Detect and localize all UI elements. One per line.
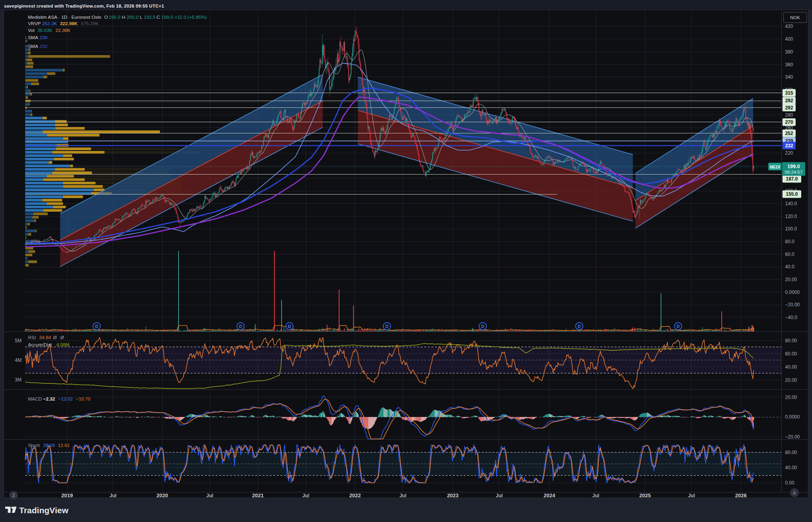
svg-text:L: L bbox=[140, 14, 143, 20]
svg-text:2021: 2021 bbox=[252, 492, 264, 498]
svg-text:0.0000: 0.0000 bbox=[785, 414, 800, 420]
svg-text:232: 232 bbox=[40, 44, 48, 49]
svg-text:2024: 2024 bbox=[544, 492, 556, 498]
svg-text:200.0: 200.0 bbox=[127, 14, 139, 20]
svg-text:D: D bbox=[95, 324, 98, 329]
svg-text:2022: 2022 bbox=[349, 492, 361, 498]
svg-text:Vol: Vol bbox=[28, 28, 34, 33]
svg-text:40.00: 40.00 bbox=[785, 364, 797, 370]
svg-text:Jul: Jul bbox=[688, 493, 695, 498]
svg-text:380: 380 bbox=[785, 49, 793, 55]
svg-text:3M: 3M bbox=[15, 377, 22, 383]
svg-text:0.0000: 0.0000 bbox=[785, 290, 800, 295]
svg-text:220: 220 bbox=[785, 150, 793, 156]
svg-text:195.0: 195.0 bbox=[109, 14, 121, 20]
svg-text:20.00: 20.00 bbox=[785, 395, 797, 400]
svg-text:2019: 2019 bbox=[62, 492, 73, 498]
svg-text:360: 360 bbox=[785, 62, 793, 67]
svg-text:06:24:57: 06:24:57 bbox=[785, 170, 803, 175]
svg-text:−20.00: −20.00 bbox=[785, 302, 800, 308]
svg-text:340: 340 bbox=[785, 74, 793, 80]
svg-text:savepiginvest created with Tra: savepiginvest created with TradingView.c… bbox=[4, 4, 164, 8]
svg-text:2020: 2020 bbox=[157, 492, 168, 498]
svg-text:Ø: Ø bbox=[53, 335, 57, 340]
svg-text:2025: 2025 bbox=[639, 492, 651, 498]
svg-text:−20.00: −20.00 bbox=[785, 434, 800, 440]
svg-text:SMA: SMA bbox=[28, 44, 38, 49]
svg-text:80.00: 80.00 bbox=[785, 338, 797, 343]
svg-text:120.0: 120.0 bbox=[785, 214, 797, 219]
svg-text:Ø: Ø bbox=[60, 335, 64, 340]
svg-text:199.0: 199.0 bbox=[161, 14, 173, 20]
svg-text:O: O bbox=[104, 14, 108, 20]
svg-text:20.00: 20.00 bbox=[785, 277, 797, 282]
svg-text:28.09: 28.09 bbox=[43, 443, 55, 448]
svg-text:20.00: 20.00 bbox=[785, 377, 797, 383]
svg-text:232: 232 bbox=[785, 143, 793, 149]
svg-text:60.00: 60.00 bbox=[785, 351, 797, 357]
svg-text:5M: 5M bbox=[15, 338, 22, 343]
svg-text:2026: 2026 bbox=[735, 492, 747, 498]
svg-text:280: 280 bbox=[785, 112, 793, 118]
svg-text:239: 239 bbox=[40, 35, 48, 40]
svg-text:187.0: 187.0 bbox=[786, 176, 798, 182]
svg-text:−10.70: −10.70 bbox=[76, 396, 91, 402]
svg-text:12.61: 12.61 bbox=[58, 443, 70, 448]
svg-text:+11.0 (+5.85%): +11.0 (+5.85%) bbox=[175, 14, 207, 20]
svg-text:34.84: 34.84 bbox=[39, 335, 51, 340]
svg-text:4M: 4M bbox=[15, 357, 22, 363]
svg-text:Jul: Jul bbox=[496, 493, 502, 498]
svg-text:SMA: SMA bbox=[28, 35, 38, 40]
svg-text:Jul: Jul bbox=[592, 493, 599, 498]
svg-text:192.5: 192.5 bbox=[144, 14, 156, 20]
svg-text:252: 252 bbox=[785, 131, 793, 136]
svg-text:80.00: 80.00 bbox=[785, 450, 797, 455]
svg-text:292: 292 bbox=[785, 98, 793, 103]
svg-text:252.3K: 252.3K bbox=[42, 21, 58, 26]
svg-text:Jul: Jul bbox=[206, 493, 213, 498]
svg-text:80.0: 80.0 bbox=[785, 239, 795, 244]
svg-text:MEDI: MEDI bbox=[770, 165, 780, 169]
svg-text:Jul: Jul bbox=[399, 493, 406, 498]
svg-text:22.38K: 22.38K bbox=[56, 28, 71, 33]
svg-text:D: D bbox=[677, 324, 680, 329]
svg-text:−13.02: −13.02 bbox=[58, 396, 73, 402]
svg-text:Stoch: Stoch bbox=[28, 443, 40, 448]
svg-text:420: 420 bbox=[785, 24, 793, 29]
svg-text:140.0: 140.0 bbox=[785, 201, 797, 206]
svg-text:0.00: 0.00 bbox=[785, 480, 795, 486]
svg-text:RSI: RSI bbox=[28, 335, 36, 340]
svg-text:315: 315 bbox=[785, 90, 793, 96]
svg-text:575.29K: 575.29K bbox=[81, 21, 99, 26]
svg-text:−2.32: −2.32 bbox=[43, 396, 55, 402]
svg-text:H: H bbox=[122, 14, 125, 20]
svg-text:Jul: Jul bbox=[109, 493, 116, 498]
svg-text:40.0: 40.0 bbox=[785, 264, 795, 270]
svg-text:Accum/Dist: Accum/Dist bbox=[28, 342, 52, 347]
svg-text:36.03K: 36.03K bbox=[38, 28, 53, 33]
svg-text:292: 292 bbox=[785, 105, 793, 111]
svg-text:A: A bbox=[793, 490, 796, 495]
svg-text:D: D bbox=[239, 324, 242, 329]
svg-text:40.00: 40.00 bbox=[785, 465, 797, 470]
svg-text:2023: 2023 bbox=[447, 492, 459, 498]
svg-text:Jul: Jul bbox=[302, 493, 309, 498]
svg-text:Z: Z bbox=[12, 493, 15, 498]
svg-text:D: D bbox=[385, 324, 389, 329]
svg-text:Medistim ASA · 1D · Euronext O: Medistim ASA · 1D · Euronext Oslo bbox=[28, 14, 101, 20]
svg-text:VRVP: VRVP bbox=[28, 21, 41, 26]
svg-text:C: C bbox=[157, 14, 160, 20]
svg-text:TradingView: TradingView bbox=[19, 506, 69, 515]
svg-text:−40.0: −40.0 bbox=[785, 315, 798, 320]
svg-text:100.0: 100.0 bbox=[785, 226, 797, 232]
svg-text:60.0: 60.0 bbox=[785, 252, 795, 257]
svg-text:MACD: MACD bbox=[28, 396, 42, 402]
svg-text:155.0: 155.0 bbox=[786, 191, 798, 197]
svg-text:199.0: 199.0 bbox=[787, 164, 800, 169]
svg-text:D: D bbox=[288, 324, 291, 329]
svg-text:322.98K: 322.98K bbox=[60, 21, 78, 26]
svg-text:4.08M: 4.08M bbox=[56, 342, 69, 347]
svg-text:D: D bbox=[481, 324, 484, 329]
svg-text:400: 400 bbox=[785, 36, 793, 42]
svg-text:D: D bbox=[578, 324, 581, 329]
